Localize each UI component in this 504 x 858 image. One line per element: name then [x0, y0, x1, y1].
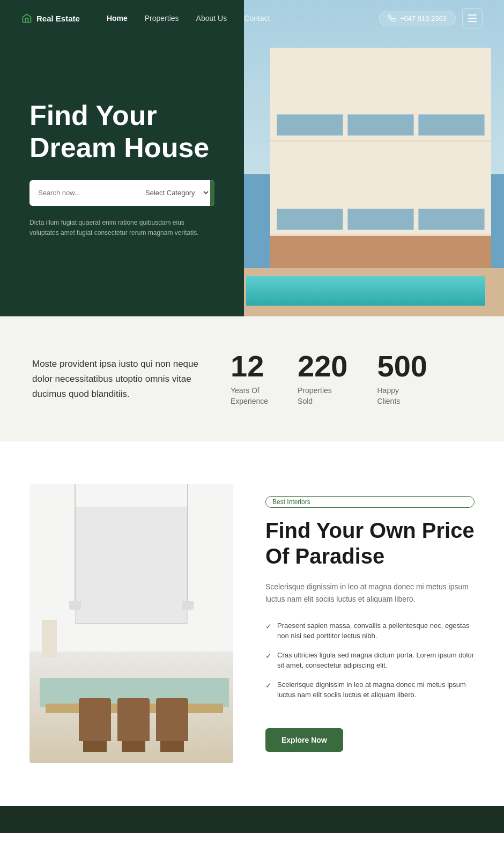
checklist-text-3: Scelerisque dignissim in leo at magna do…	[277, 679, 475, 700]
stats-items: 12 Years OfExperience 220 PropertiesSold…	[231, 351, 427, 406]
stats-section: Moste provident ipsa iusto qui non neque…	[0, 316, 504, 441]
window-3	[418, 114, 485, 136]
window-6	[418, 209, 485, 230]
window-5	[347, 209, 414, 230]
house-illustration	[244, 0, 504, 316]
stat-clients-number: 500	[377, 351, 427, 381]
stats-description: Moste provident ipsa iusto qui non neque…	[32, 357, 209, 402]
check-icon-2: ✓	[265, 650, 272, 662]
checklist-text-2: Cras ultricies ligula sed magna dictum p…	[277, 650, 475, 671]
dining-illustration	[29, 484, 233, 763]
stat-properties-number: 220	[298, 351, 347, 381]
phone-number: +047 919 2363	[400, 14, 447, 23]
top-windows	[277, 114, 485, 136]
home-icon	[21, 13, 32, 24]
dining-chairs	[50, 698, 217, 741]
interior-title: Find Your Own Price Of Paradise	[265, 517, 475, 569]
hero-description: Dicta illum fugiat quaerat enim ratione …	[29, 218, 214, 238]
pool-area	[244, 268, 504, 316]
stat-properties: 220 PropertiesSold	[298, 351, 347, 406]
stat-years-label: Years OfExperience	[231, 386, 268, 406]
hero-title: Find Your Dream House	[29, 100, 214, 164]
pendant-light-left	[75, 484, 76, 610]
nav-links: Home Properties About Us Contact	[107, 14, 379, 23]
interior-checklist: ✓ Praesent sapien massa, convallis a pel…	[265, 620, 475, 709]
navbar: Real Estate Home Properties About Us Con…	[0, 0, 504, 36]
menu-line-1	[468, 14, 477, 16]
window-1	[277, 114, 343, 136]
brand-logo[interactable]: Real Estate	[21, 13, 80, 24]
nav-properties[interactable]: Properties	[145, 14, 179, 23]
pendant-light-right	[187, 484, 188, 610]
phone-button[interactable]: +047 919 2363	[379, 11, 456, 26]
interior-badge: Best Interiors	[265, 496, 475, 508]
mid-windows	[277, 209, 485, 230]
checklist-item-3: ✓ Scelerisque dignissim in leo at magna …	[265, 679, 475, 700]
hero-image	[244, 0, 504, 316]
window-4	[277, 209, 343, 230]
nav-contact[interactable]: Contact	[244, 14, 270, 23]
window-2	[347, 114, 414, 136]
stat-clients: 500 HappyClients	[377, 351, 427, 406]
hero-left: Find Your Dream House Select Category Se…	[0, 0, 244, 316]
stat-years-number: 12	[231, 351, 268, 381]
brand-name: Real Estate	[36, 14, 80, 23]
search-button[interactable]: Search	[210, 180, 214, 206]
stat-clients-label: HappyClients	[377, 386, 427, 406]
menu-button[interactable]	[462, 8, 483, 28]
stat-years: 12 Years OfExperience	[231, 351, 268, 406]
checklist-item-2: ✓ Cras ultricies ligula sed magna dictum…	[265, 650, 475, 671]
footer-bar	[0, 806, 504, 833]
nav-about[interactable]: About Us	[196, 14, 227, 23]
building-top-floor	[270, 48, 491, 142]
hero-search-bar: Select Category Search	[29, 180, 214, 206]
pool-water	[246, 276, 485, 306]
chair-2	[117, 698, 150, 741]
chair-3	[156, 698, 188, 741]
nav-home[interactable]: Home	[107, 14, 128, 23]
plant-vase	[42, 620, 57, 657]
interior-content: Best Interiors Find Your Own Price Of Pa…	[265, 484, 475, 763]
interior-description: Scelerisque dignissim in leo at magna do…	[265, 581, 475, 605]
menu-line-2	[468, 18, 477, 19]
interior-section: Best Interiors Find Your Own Price Of Pa…	[0, 441, 504, 806]
explore-button[interactable]: Explore Now	[265, 728, 343, 752]
checklist-text-1: Praesent sapien massa, convallis a pelle…	[277, 620, 475, 641]
phone-icon	[388, 14, 396, 22]
category-select[interactable]: Select Category	[137, 188, 210, 197]
search-input[interactable]	[29, 189, 137, 197]
dining-artwork	[76, 507, 188, 624]
interior-image	[29, 484, 233, 763]
chair-1	[79, 698, 111, 741]
nav-right: +047 919 2363	[379, 8, 483, 28]
stat-properties-label: PropertiesSold	[298, 386, 347, 406]
menu-line-3	[468, 21, 477, 22]
check-icon-1: ✓	[265, 621, 272, 632]
check-icon-3: ✓	[265, 680, 272, 691]
hero-section: Find Your Dream House Select Category Se…	[0, 0, 504, 316]
building-mid-floor	[270, 142, 491, 236]
checklist-item-1: ✓ Praesent sapien massa, convallis a pel…	[265, 620, 475, 641]
